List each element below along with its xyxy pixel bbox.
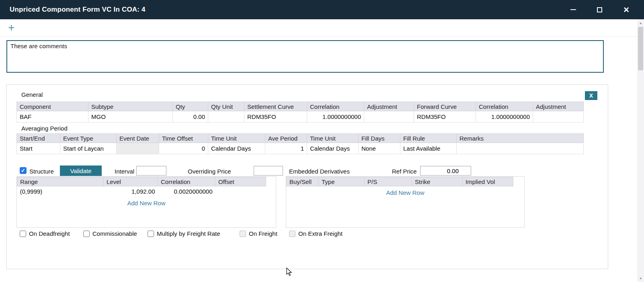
cell-ave-period[interactable]: 1 xyxy=(265,143,307,154)
minimize-icon xyxy=(570,9,576,10)
cell-offset[interactable] xyxy=(215,186,266,197)
flag-on-deadfreight[interactable]: On Deadfreight xyxy=(20,230,70,237)
scroll-down-icon[interactable]: ▼ xyxy=(637,275,644,282)
general-header-row: Component Subtype Qty Qty Unit Settlemen… xyxy=(17,102,584,111)
cell-adjustment-2[interactable] xyxy=(533,111,584,123)
component-form-panel: General X Component Subtype Qty Qty Unit… xyxy=(6,84,608,269)
flag-label: Commissionable xyxy=(92,230,137,237)
range-table-box: Range Level Correlation Offset (0,9999) … xyxy=(16,176,276,228)
vertical-scrollbar[interactable]: ▲ ▼ xyxy=(637,19,644,282)
cell-correlation-2[interactable]: 1.0000000000 xyxy=(476,111,533,123)
flag-label: Multiply by Freight Rate xyxy=(157,230,220,237)
cell-remarks[interactable] xyxy=(457,143,584,154)
flag-commissionable[interactable]: Commissionable xyxy=(83,230,137,237)
toolbar: + xyxy=(0,19,637,37)
column-header: Qty xyxy=(173,102,208,111)
column-header: Subtype xyxy=(88,102,173,111)
cell-qty[interactable]: 0.00 xyxy=(173,111,208,123)
minimize-button[interactable] xyxy=(570,9,576,10)
column-header: Remarks xyxy=(457,134,584,143)
validate-button[interactable]: Validate xyxy=(60,166,102,176)
maximize-icon xyxy=(597,7,602,12)
column-header: Fill Days xyxy=(359,134,400,143)
cell-correlation[interactable]: 1.0000000000 xyxy=(307,111,364,123)
ref-price-input[interactable] xyxy=(420,166,471,176)
checkbox-icon[interactable] xyxy=(20,231,26,237)
embedded-derivatives-label: Embedded Derivatives xyxy=(289,168,350,175)
column-header: Range xyxy=(17,177,104,186)
cell-event-date xyxy=(117,143,159,154)
maximize-button[interactable] xyxy=(597,7,602,12)
column-header: Component xyxy=(17,102,88,111)
range-table: Range Level Correlation Offset (0,9999) … xyxy=(17,177,276,197)
cell-forward-curve[interactable]: RDM35FO xyxy=(414,111,476,123)
column-header: Implied Vol xyxy=(463,177,513,186)
cell-subtype[interactable]: MGO xyxy=(88,111,173,123)
range-add-new-row-link[interactable]: Add New Row xyxy=(17,200,276,206)
cell-event-type[interactable]: Start of Laycan xyxy=(60,143,117,154)
column-header: Correlation xyxy=(158,177,215,186)
structure-checkbox[interactable]: ✓ xyxy=(20,167,27,174)
cell-fill-days[interactable]: None xyxy=(359,143,400,154)
column-header: Offset xyxy=(215,177,266,186)
titlebar: Unpriced Component Form VC In COA: 4 ✕ xyxy=(0,0,644,19)
cell-adjustment[interactable] xyxy=(364,111,414,123)
cell-range-correlation[interactable]: 0.0020000000 xyxy=(158,186,215,197)
column-header: Strike xyxy=(412,177,463,186)
mouse-cursor-icon xyxy=(286,268,293,278)
derivatives-add-new-row-link[interactable]: Add New Row xyxy=(286,189,524,196)
column-header: Start/End xyxy=(17,134,60,143)
overriding-price-input[interactable] xyxy=(254,166,283,176)
cell-start-end[interactable]: Start xyxy=(17,143,60,154)
flag-on-extra-freight: On Extra Freight xyxy=(289,230,343,237)
derivatives-header-row: Buy/Sell Type P/S Strike Implied Vol xyxy=(287,177,525,186)
cell-level[interactable]: 1,092.00 xyxy=(104,186,158,197)
column-header: Buy/Sell xyxy=(287,177,319,186)
cell-time-unit[interactable]: Calendar Days xyxy=(208,143,265,154)
averaging-section-title: Averaging Period xyxy=(21,125,68,132)
cell-range[interactable]: (0,9999) xyxy=(17,186,104,197)
column-header: P/S xyxy=(365,177,412,186)
column-header: Event Type xyxy=(60,134,117,143)
scrollbar-thumb[interactable] xyxy=(638,27,643,70)
cell-fill-rule[interactable]: Last Available xyxy=(400,143,457,154)
column-header: Level xyxy=(104,177,158,186)
cell-qty-unit[interactable] xyxy=(208,111,244,123)
panel-close-button[interactable]: X xyxy=(585,91,597,100)
comments-textarea[interactable]: These are comments xyxy=(6,40,604,73)
column-header: Type xyxy=(319,177,365,186)
checkbox-icon[interactable] xyxy=(148,231,154,237)
column-header: Correlation xyxy=(307,102,364,111)
window-controls: ✕ xyxy=(570,0,630,19)
cell-time-offset[interactable]: 0 xyxy=(159,143,208,154)
averaging-header-row: Start/End Event Type Event Date Time Off… xyxy=(17,134,584,143)
checkbox-icon xyxy=(289,231,295,237)
column-header: Correlation xyxy=(476,102,533,111)
averaging-data-row: Start Start of Laycan 0 Calendar Days 1 … xyxy=(17,143,584,154)
cell-settlement-curve[interactable]: RDM35FO xyxy=(244,111,307,123)
flag-label: On Deadfreight xyxy=(29,230,70,237)
column-header: Fill Rule xyxy=(400,134,457,143)
embedded-derivatives-box: Buy/Sell Type P/S Strike Implied Vol Add… xyxy=(286,176,525,228)
cell-filler xyxy=(266,186,276,197)
scroll-up-icon[interactable]: ▲ xyxy=(637,20,644,26)
range-data-row: (0,9999) 1,092.00 0.0020000000 xyxy=(17,186,276,197)
averaging-period-table: Start/End Event Type Event Date Time Off… xyxy=(16,133,584,154)
column-header: Forward Curve xyxy=(414,102,476,111)
cell-component[interactable]: BAF xyxy=(17,111,88,123)
column-header: Adjustment xyxy=(364,102,414,111)
column-header: Ave Period xyxy=(265,134,307,143)
checkbox-icon[interactable] xyxy=(83,231,90,237)
add-tab-button[interactable]: + xyxy=(8,20,14,35)
close-button[interactable]: ✕ xyxy=(623,6,630,14)
embedded-derivatives-table: Buy/Sell Type P/S Strike Implied Vol xyxy=(286,177,524,186)
column-header-filler xyxy=(513,177,525,186)
flag-on-freight: On Freight xyxy=(240,230,277,237)
column-header: Time Unit xyxy=(307,134,359,143)
ref-price-label: Ref Price xyxy=(392,168,417,175)
interval-input[interactable] xyxy=(136,166,166,176)
structure-label: Structure xyxy=(29,168,54,175)
column-header: Time Unit xyxy=(208,134,265,143)
cell-time-unit-2[interactable]: Calendar Days xyxy=(307,143,359,154)
flag-multiply-by-freight-rate[interactable]: Multiply by Freight Rate xyxy=(148,230,220,237)
